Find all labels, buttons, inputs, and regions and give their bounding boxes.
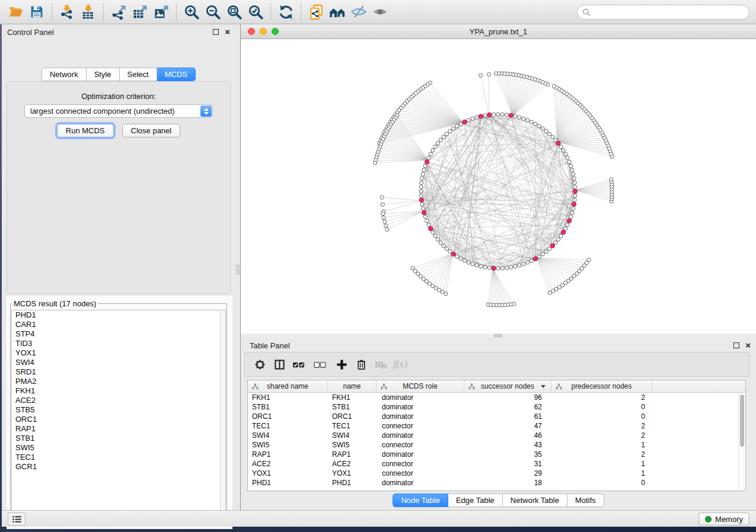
ring-node[interactable] xyxy=(522,262,525,266)
cell-successor-nodes[interactable]: 18 xyxy=(464,478,551,488)
leaf-node[interactable] xyxy=(610,178,613,181)
ring-node[interactable] xyxy=(572,172,575,176)
ring-node[interactable] xyxy=(448,250,452,254)
cell-predecessor-nodes[interactable]: 0 xyxy=(551,412,652,421)
cell-shared-name[interactable]: STB1 xyxy=(248,402,328,412)
leaf-node[interactable] xyxy=(385,227,389,231)
ring-node[interactable] xyxy=(471,117,474,120)
leaf-node[interactable] xyxy=(381,212,385,216)
first-neighbors-icon[interactable] xyxy=(327,2,348,21)
ring-node[interactable] xyxy=(421,207,425,210)
table-scrollbar-thumb[interactable] xyxy=(740,395,744,447)
cell-mcds-role[interactable]: connector xyxy=(377,459,464,469)
cell-predecessor-nodes[interactable]: 1 xyxy=(551,469,652,478)
ring-node[interactable] xyxy=(534,122,537,126)
cell-mcds-role[interactable]: connector xyxy=(377,440,464,450)
export-table-icon[interactable] xyxy=(129,2,151,21)
ring-node[interactable] xyxy=(452,127,455,130)
cell-successor-nodes[interactable]: 46 xyxy=(464,431,551,440)
cell-name[interactable]: STB1 xyxy=(328,402,377,412)
ring-node[interactable] xyxy=(448,129,452,133)
cell-mcds-role[interactable]: dominator xyxy=(377,412,464,421)
horizontal-splitter[interactable] xyxy=(241,334,756,338)
mcds-result-item[interactable]: PMA2 xyxy=(12,377,225,386)
cell-predecessor-nodes[interactable]: 1 xyxy=(551,440,652,450)
ring-node[interactable] xyxy=(455,124,459,128)
mcds-hub-node[interactable] xyxy=(550,243,554,248)
memory-button[interactable]: Memory xyxy=(698,512,749,525)
tab-style[interactable]: Style xyxy=(87,68,120,81)
zoom-out-icon[interactable] xyxy=(202,2,224,21)
ring-node[interactable] xyxy=(427,156,430,160)
ring-node[interactable] xyxy=(573,181,576,184)
float-window-icon[interactable] xyxy=(213,29,219,35)
ring-node[interactable] xyxy=(439,138,442,142)
ring-node[interactable] xyxy=(522,117,525,120)
table-row[interactable]: FKH1FKH1dominator962 xyxy=(248,393,745,402)
mcds-hub-node[interactable] xyxy=(429,226,433,230)
ring-node[interactable] xyxy=(572,177,576,180)
export-network-icon[interactable] xyxy=(108,2,129,21)
column-header-successor-nodes[interactable]: successor nodes xyxy=(464,380,551,392)
cell-mcds-role[interactable]: dominator xyxy=(377,450,464,459)
cell-shared-name[interactable]: ORC1 xyxy=(248,412,328,421)
ring-node[interactable] xyxy=(566,156,569,160)
ring-node[interactable] xyxy=(537,255,541,258)
ring-node[interactable] xyxy=(436,238,439,241)
tab-motifs[interactable]: Motifs xyxy=(567,493,604,507)
zoom-in-icon[interactable] xyxy=(181,2,202,21)
splitter-grip[interactable] xyxy=(236,265,240,274)
ring-node[interactable] xyxy=(562,149,565,152)
table-row[interactable]: SWI5SWI5connector431 xyxy=(248,440,745,450)
cell-name[interactable]: YOX1 xyxy=(328,469,377,478)
ring-node[interactable] xyxy=(483,114,487,117)
ring-node[interactable] xyxy=(526,118,529,122)
tab-node-table[interactable]: Node Table xyxy=(393,493,448,507)
cell-mcds-role[interactable]: dominator xyxy=(377,478,464,488)
column-header-MCDS-role[interactable]: MCDS role xyxy=(377,380,464,392)
ring-node[interactable] xyxy=(445,132,448,136)
delete-columns-icon[interactable] xyxy=(354,357,368,371)
ring-node[interactable] xyxy=(483,265,487,269)
mcds-hub-node[interactable] xyxy=(462,120,467,124)
ring-node[interactable] xyxy=(559,234,563,238)
cell-predecessor-nodes[interactable]: 0 xyxy=(551,402,652,412)
ring-node[interactable] xyxy=(551,135,554,139)
mcds-result-item[interactable]: STB5 xyxy=(12,405,225,415)
ring-node[interactable] xyxy=(479,265,483,268)
cell-shared-name[interactable]: SWI4 xyxy=(248,431,328,440)
ring-node[interactable] xyxy=(459,257,462,261)
mcds-hub-node[interactable] xyxy=(509,113,513,117)
export-image-icon[interactable] xyxy=(151,2,172,21)
ring-node[interactable] xyxy=(433,145,437,149)
column-header-shared-name[interactable]: shared name xyxy=(248,380,328,392)
show-panels-button[interactable] xyxy=(8,512,25,525)
ring-node[interactable] xyxy=(500,267,504,270)
table-row[interactable]: ORC1ORC1dominator610 xyxy=(248,412,745,421)
mcds-hub-node[interactable] xyxy=(425,160,429,164)
cell-mcds-role[interactable]: connector xyxy=(377,421,464,431)
leaf-node[interactable] xyxy=(479,73,483,77)
float-window-icon[interactable] xyxy=(733,342,739,348)
leaf-node[interactable] xyxy=(383,220,387,223)
ring-node[interactable] xyxy=(419,190,423,193)
cell-predecessor-nodes[interactable]: 0 xyxy=(551,478,652,488)
mcds-hub-node[interactable] xyxy=(562,230,566,235)
ring-node[interactable] xyxy=(442,244,445,248)
run-mcds-button[interactable]: Run MCDS xyxy=(57,124,114,137)
leaf-node[interactable] xyxy=(444,292,448,296)
import-network-icon[interactable] xyxy=(56,2,78,21)
cell-shared-name[interactable]: FKH1 xyxy=(248,393,328,402)
cell-mcds-role[interactable]: dominator xyxy=(377,431,464,440)
network-canvas[interactable] xyxy=(241,39,756,334)
leaf-node[interactable] xyxy=(552,84,556,88)
leaf-node[interactable] xyxy=(494,72,497,75)
mcds-result-item[interactable]: CAR1 xyxy=(12,320,225,329)
mcds-result-list[interactable]: PHD1CAR1STP4TID3YOX1SWI4SRD1PMA2FKH1ACE2… xyxy=(11,310,226,520)
ring-node[interactable] xyxy=(567,160,571,164)
ring-node[interactable] xyxy=(544,129,548,133)
splitter-grip[interactable] xyxy=(494,334,502,337)
leaf-node[interactable] xyxy=(384,224,388,227)
leaf-node[interactable] xyxy=(382,216,385,219)
cell-predecessor-nodes[interactable]: 2 xyxy=(551,393,652,402)
